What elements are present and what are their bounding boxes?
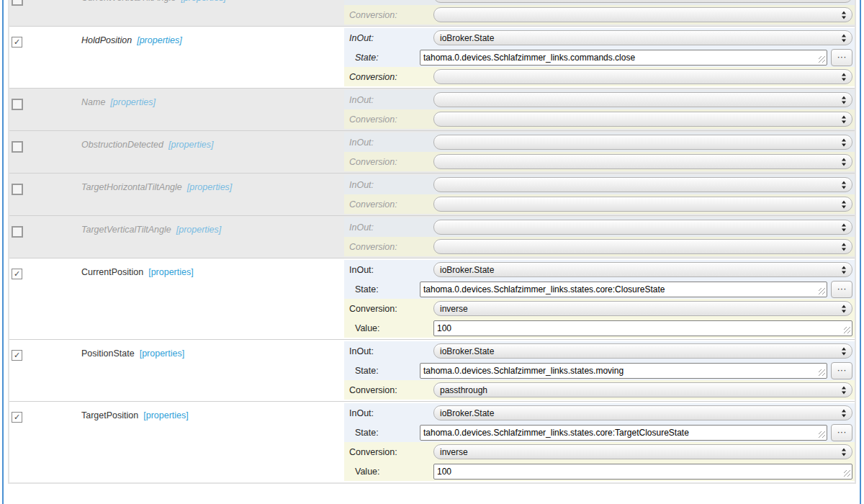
select-container	[433, 112, 852, 127]
row-checkbox[interactable]: ✓	[12, 350, 22, 361]
inout-select[interactable]	[433, 92, 852, 107]
field-area: inverse	[433, 444, 852, 459]
conversion-select[interactable]	[433, 7, 852, 22]
conversion-select[interactable]: passthrough	[433, 382, 852, 397]
property-row-left-cell: ✓ TargetPosition[properties]	[9, 403, 344, 481]
row-checkbox[interactable]: ✓	[12, 412, 22, 423]
value-input[interactable]	[433, 320, 852, 336]
row-fields: InOut: Conversion:	[344, 0, 855, 24]
field-label: InOut:	[344, 180, 433, 190]
row-checkbox[interactable]	[12, 99, 23, 110]
row-checkbox[interactable]	[12, 184, 23, 195]
field-area	[433, 69, 852, 84]
properties-link[interactable]: [properties]	[181, 0, 226, 3]
conversion-select[interactable]	[433, 197, 852, 212]
field-area	[433, 135, 852, 150]
properties-link[interactable]: [properties]	[143, 410, 189, 420]
conversion-select[interactable]: inverse	[433, 444, 852, 459]
inout-select[interactable]	[433, 220, 852, 235]
select-container: ioBroker.State	[433, 30, 852, 45]
state-input[interactable]	[420, 425, 827, 441]
properties-link[interactable]: [properties]	[148, 267, 194, 277]
property-name-group: HoldPosition[properties]	[81, 35, 182, 45]
window-left-edge	[2, 0, 4, 504]
inout-select[interactable]	[433, 135, 852, 150]
row-fields: InOut: ioBroker.State State: ··· Convers…	[344, 28, 855, 86]
field-area	[433, 239, 852, 254]
field-label: Value:	[344, 323, 433, 333]
row-checkbox[interactable]: ✓	[12, 269, 22, 279]
property-name-group: TargetHorizontalTiltAngle[properties]	[81, 182, 232, 192]
properties-link[interactable]: [properties]	[168, 140, 214, 150]
row-checkbox[interactable]	[12, 141, 23, 153]
inout-select[interactable]	[433, 0, 852, 3]
row-checkbox[interactable]: ✓	[12, 37, 22, 48]
property-row-targetverticaltiltangle: TargetVerticalTiltAngle[properties] InOu…	[9, 215, 855, 258]
row-checkbox[interactable]	[12, 226, 23, 238]
field-label: InOut:	[344, 33, 433, 43]
select-container: ioBroker.State	[433, 405, 852, 420]
textarea-container	[420, 282, 827, 297]
inout-select[interactable]: ioBroker.State	[433, 343, 852, 359]
field-label: InOut:	[344, 346, 433, 356]
field-subrow: InOut:	[344, 217, 855, 237]
properties-link[interactable]: [properties]	[140, 348, 185, 359]
conversion-select[interactable]	[433, 239, 852, 254]
state-input[interactable]	[420, 282, 827, 297]
field-label: Conversion:	[344, 304, 433, 314]
field-label: InOut:	[344, 0, 433, 1]
field-label: InOut:	[344, 265, 433, 275]
property-name-group: TargetPosition[properties]	[81, 410, 189, 420]
properties-link[interactable]: [properties]	[176, 225, 222, 235]
field-subrow: Conversion: inverse	[344, 299, 855, 318]
property-name: Name	[81, 97, 105, 107]
select-container	[433, 0, 852, 3]
browse-button[interactable]: ···	[831, 424, 852, 441]
property-row-positionstate: ✓ PositionState[properties] InOut: ioBro…	[9, 339, 855, 401]
field-label: Conversion:	[344, 447, 433, 457]
properties-link[interactable]: [properties]	[187, 182, 233, 192]
field-subrow: Conversion:	[344, 67, 855, 86]
inout-select[interactable]	[433, 177, 852, 192]
property-name-group: PositionState[properties]	[81, 348, 184, 359]
properties-link[interactable]: [properties]	[110, 97, 156, 107]
browse-button[interactable]: ···	[831, 281, 852, 298]
field-subrow: State: ···	[344, 279, 855, 299]
field-label: InOut:	[344, 408, 433, 418]
field-label: InOut:	[344, 95, 433, 105]
properties-link[interactable]: [properties]	[137, 35, 182, 45]
field-area	[433, 464, 852, 480]
conversion-select[interactable]: inverse	[433, 301, 852, 316]
inout-select[interactable]: ioBroker.State	[433, 405, 852, 420]
value-input[interactable]	[433, 464, 852, 480]
field-area	[433, 0, 852, 3]
field-area: passthrough	[433, 382, 852, 397]
property-name-group: CurrentVerticalTiltAngle[properties]	[81, 0, 226, 3]
select-container: inverse	[433, 301, 852, 316]
property-name-group: ObstructionDetected[properties]	[81, 140, 213, 150]
field-subrow: InOut:	[344, 175, 855, 194]
row-fields: InOut: ioBroker.State State: ··· Convers…	[344, 260, 855, 338]
conversion-select[interactable]	[433, 69, 852, 84]
select-container: inverse	[433, 444, 852, 459]
state-input[interactable]	[420, 50, 827, 66]
inout-select[interactable]: ioBroker.State	[433, 262, 852, 277]
property-name: CurrentPosition	[81, 267, 143, 277]
browse-button[interactable]: ···	[831, 362, 852, 379]
property-row-currentposition: ✓ CurrentPosition[properties] InOut: ioB…	[9, 258, 855, 339]
conversion-select[interactable]	[433, 112, 852, 127]
select-container	[433, 177, 852, 192]
field-area: ···	[433, 49, 852, 66]
properties-table: CurrentVerticalTiltAngle[properties] InO…	[8, 0, 856, 484]
property-row-left-cell: TargetHorizontalTiltAngle[properties]	[9, 175, 344, 214]
inout-select[interactable]: ioBroker.State	[433, 30, 852, 45]
select-container	[433, 7, 852, 22]
field-area	[433, 112, 852, 127]
textarea-container	[433, 464, 852, 480]
browse-button[interactable]: ···	[831, 49, 852, 66]
row-checkbox[interactable]	[12, 0, 23, 6]
state-input[interactable]	[420, 363, 827, 379]
field-area: ···	[433, 362, 852, 379]
conversion-select[interactable]	[433, 154, 852, 169]
property-row-left-cell: TargetVerticalTiltAngle[properties]	[9, 217, 344, 256]
